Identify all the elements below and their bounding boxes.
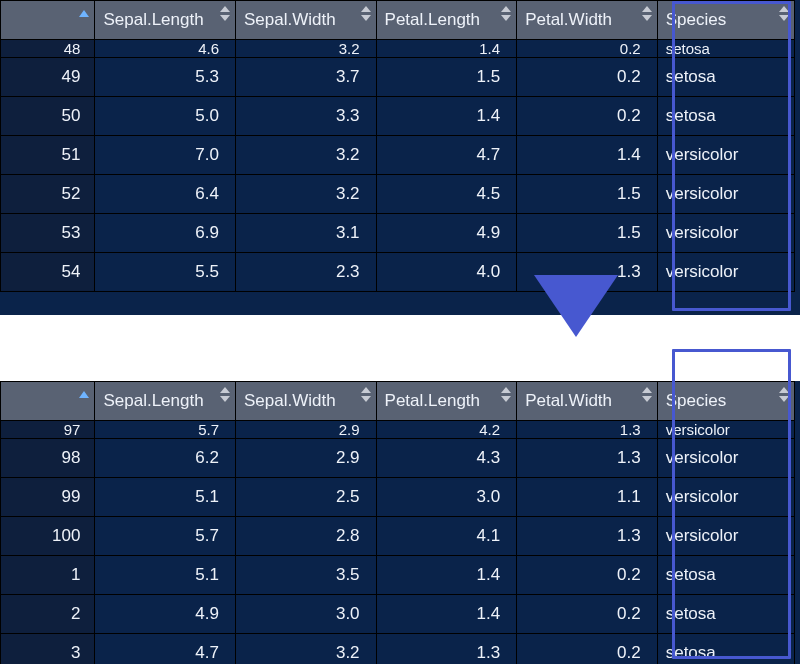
col-head-petal-length[interactable]: Petal.Length <box>376 1 517 40</box>
cell-species[interactable]: versicolor <box>657 478 794 517</box>
cell-petal-length[interactable]: 4.2 <box>376 421 517 439</box>
cell-species[interactable]: versicolor <box>657 421 794 439</box>
cell-sepal-length[interactable]: 4.9 <box>95 595 236 634</box>
cell-index[interactable]: 51 <box>1 136 95 175</box>
table-row[interactable]: 1005.72.84.11.3versicolor <box>1 517 795 556</box>
cell-sepal-width[interactable]: 3.5 <box>236 556 377 595</box>
cell-petal-length[interactable]: 4.3 <box>376 439 517 478</box>
sort-icon[interactable] <box>501 387 512 402</box>
cell-petal-length[interactable]: 1.4 <box>376 556 517 595</box>
cell-index[interactable]: 50 <box>1 97 95 136</box>
cell-sepal-length[interactable]: 5.1 <box>95 556 236 595</box>
cell-petal-length[interactable]: 4.9 <box>376 214 517 253</box>
sort-icon[interactable] <box>220 387 231 402</box>
sort-asc-icon[interactable] <box>79 6 90 17</box>
cell-index[interactable]: 98 <box>1 439 95 478</box>
cell-index[interactable]: 99 <box>1 478 95 517</box>
cell-sepal-length[interactable]: 4.7 <box>95 634 236 665</box>
cell-petal-length[interactable]: 3.0 <box>376 478 517 517</box>
cell-sepal-width[interactable]: 3.3 <box>236 97 377 136</box>
cell-sepal-length[interactable]: 7.0 <box>95 136 236 175</box>
cell-species[interactable]: versicolor <box>657 214 794 253</box>
cell-petal-width[interactable]: 0.2 <box>517 58 658 97</box>
col-head-petal-width[interactable]: Petal.Width <box>517 382 658 421</box>
cell-sepal-width[interactable]: 3.2 <box>236 136 377 175</box>
sort-icon[interactable] <box>779 387 790 402</box>
cell-index[interactable]: 1 <box>1 556 95 595</box>
cell-species[interactable]: setosa <box>657 634 794 665</box>
cell-petal-width[interactable]: 1.3 <box>517 421 658 439</box>
cell-petal-width[interactable]: 0.2 <box>517 634 658 665</box>
cell-index[interactable]: 49 <box>1 58 95 97</box>
cell-sepal-length[interactable]: 5.1 <box>95 478 236 517</box>
cell-sepal-width[interactable]: 2.9 <box>236 439 377 478</box>
cell-species[interactable]: versicolor <box>657 439 794 478</box>
cell-index[interactable]: 97 <box>1 421 95 439</box>
cell-sepal-length[interactable]: 5.5 <box>95 253 236 292</box>
cell-index[interactable]: 53 <box>1 214 95 253</box>
sort-icon[interactable] <box>642 6 653 21</box>
cell-sepal-length[interactable]: 4.6 <box>95 40 236 58</box>
cell-petal-length[interactable]: 4.0 <box>376 253 517 292</box>
sort-icon[interactable] <box>501 6 512 21</box>
cell-sepal-length[interactable]: 6.9 <box>95 214 236 253</box>
table-row[interactable]: 505.03.31.40.2setosa <box>1 97 795 136</box>
cell-petal-width[interactable]: 1.3 <box>517 517 658 556</box>
table-row[interactable]: 536.93.14.91.5versicolor <box>1 214 795 253</box>
cell-sepal-width[interactable]: 2.5 <box>236 478 377 517</box>
col-head-index[interactable] <box>1 382 95 421</box>
cell-petal-length[interactable]: 4.1 <box>376 517 517 556</box>
cell-species[interactable]: versicolor <box>657 175 794 214</box>
sort-icon[interactable] <box>361 387 372 402</box>
table-row-partial[interactable]: 48 4.6 3.2 1.4 0.2 setosa <box>1 40 795 58</box>
cell-sepal-width[interactable]: 3.7 <box>236 58 377 97</box>
cell-index[interactable]: 3 <box>1 634 95 665</box>
table-row[interactable]: 495.33.71.50.2setosa <box>1 58 795 97</box>
cell-species[interactable]: setosa <box>657 595 794 634</box>
cell-petal-length[interactable]: 1.5 <box>376 58 517 97</box>
cell-species[interactable]: setosa <box>657 58 794 97</box>
table-row[interactable]: 526.43.24.51.5versicolor <box>1 175 795 214</box>
sort-icon[interactable] <box>642 387 653 402</box>
col-head-sepal-length[interactable]: Sepal.Length <box>95 382 236 421</box>
cell-petal-width[interactable]: 0.2 <box>517 556 658 595</box>
cell-species[interactable]: versicolor <box>657 136 794 175</box>
table-row[interactable]: 995.12.53.01.1versicolor <box>1 478 795 517</box>
cell-species[interactable]: setosa <box>657 97 794 136</box>
cell-index[interactable]: 54 <box>1 253 95 292</box>
cell-species[interactable]: setosa <box>657 40 794 58</box>
cell-petal-width[interactable]: 1.3 <box>517 439 658 478</box>
col-head-petal-width[interactable]: Petal.Width <box>517 1 658 40</box>
cell-petal-width[interactable]: 0.2 <box>517 97 658 136</box>
cell-index[interactable]: 100 <box>1 517 95 556</box>
cell-species[interactable]: versicolor <box>657 253 794 292</box>
cell-sepal-width[interactable]: 3.2 <box>236 634 377 665</box>
cell-petal-width[interactable]: 1.1 <box>517 478 658 517</box>
table-row[interactable]: 986.22.94.31.3versicolor <box>1 439 795 478</box>
col-head-sepal-width[interactable]: Sepal.Width <box>236 382 377 421</box>
cell-sepal-width[interactable]: 2.8 <box>236 517 377 556</box>
sort-asc-icon[interactable] <box>79 387 90 398</box>
sort-icon[interactable] <box>779 6 790 21</box>
cell-petal-length[interactable]: 4.7 <box>376 136 517 175</box>
cell-petal-length[interactable]: 4.5 <box>376 175 517 214</box>
table-row[interactable]: 24.93.01.40.2setosa <box>1 595 795 634</box>
sort-icon[interactable] <box>220 6 231 21</box>
cell-sepal-width[interactable]: 3.2 <box>236 40 377 58</box>
cell-sepal-width[interactable]: 3.2 <box>236 175 377 214</box>
table-row[interactable]: 15.13.51.40.2setosa <box>1 556 795 595</box>
cell-petal-width[interactable]: 0.2 <box>517 595 658 634</box>
cell-petal-width[interactable]: 1.5 <box>517 175 658 214</box>
cell-petal-length[interactable]: 1.4 <box>376 40 517 58</box>
cell-species[interactable]: setosa <box>657 556 794 595</box>
cell-index[interactable]: 2 <box>1 595 95 634</box>
cell-sepal-length[interactable]: 6.4 <box>95 175 236 214</box>
col-head-species[interactable]: Species <box>657 1 794 40</box>
cell-petal-width[interactable]: 1.5 <box>517 214 658 253</box>
cell-petal-length[interactable]: 1.4 <box>376 97 517 136</box>
cell-sepal-length[interactable]: 5.7 <box>95 421 236 439</box>
cell-petal-width[interactable]: 0.2 <box>517 40 658 58</box>
table-row[interactable]: 545.52.34.01.3versicolor <box>1 253 795 292</box>
col-head-sepal-length[interactable]: Sepal.Length <box>95 1 236 40</box>
cell-sepal-width[interactable]: 2.3 <box>236 253 377 292</box>
